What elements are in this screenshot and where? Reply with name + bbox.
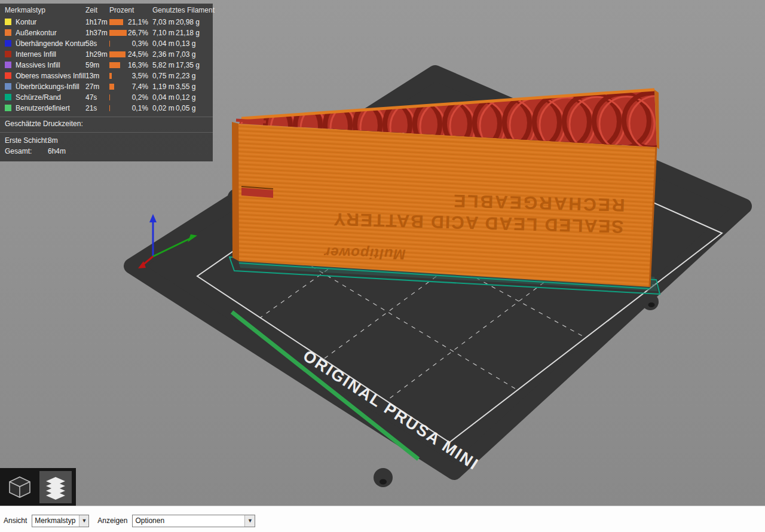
feature-time: 1h17m xyxy=(85,17,108,27)
feature-grams: 7,03 g xyxy=(176,49,195,60)
feature-grams: 3,55 g xyxy=(176,81,195,92)
feature-label: Benutzerdefiniert xyxy=(16,103,70,114)
feature-meters: 0,75 m xyxy=(152,71,175,81)
feature-label: Massives Infill xyxy=(16,60,60,71)
feature-grams: 21,18 g xyxy=(176,27,200,38)
feature-percent: 16,3% xyxy=(124,60,148,71)
show-label: Anzeigen xyxy=(97,516,127,525)
layers-view-button[interactable] xyxy=(39,471,72,503)
bottom-toolbar: Ansicht Merkmalstyp ▼ Anzeigen Optionen … xyxy=(0,506,765,532)
feature-time: 21s xyxy=(85,103,97,114)
total-value: 6h4m xyxy=(48,146,66,157)
view-label: Ansicht xyxy=(4,516,27,525)
feature-color-swatch xyxy=(5,94,11,100)
feature-color-swatch xyxy=(5,19,11,25)
feature-meters: 2,36 m xyxy=(152,49,175,60)
feature-grams: 0,12 g xyxy=(176,92,195,103)
feature-percent-bar xyxy=(109,19,123,25)
bed-screw-hole xyxy=(648,302,655,307)
first-layer-value: 8m xyxy=(48,135,58,146)
feature-percent-bar xyxy=(109,73,112,79)
feature-meters: 0,02 m xyxy=(152,103,175,114)
feature-color-swatch xyxy=(5,72,11,79)
feature-percent: 0,1% xyxy=(124,103,148,114)
legend-row: Überbrückungs-Infill 27m 7,4% 1,19 m 3,5… xyxy=(0,81,213,92)
feature-percent-bar xyxy=(109,51,126,57)
feature-percent-bar xyxy=(109,105,110,111)
feature-percent-bar xyxy=(109,62,120,68)
legend-row: Benutzerdefiniert 21s 0,1% 0,02 m 0,05 g xyxy=(0,103,213,114)
bed-ear xyxy=(642,293,659,310)
feature-percent: 3,5% xyxy=(124,71,148,81)
view-mode-select[interactable]: Merkmalstyp ▼ xyxy=(32,515,89,527)
feature-time: 13m xyxy=(85,71,99,81)
feature-percent: 0,2% xyxy=(124,92,148,103)
feature-label: Überbrückungs-Infill xyxy=(16,81,79,92)
legend-row: Kontur 1h17m 21,1% 7,03 m 20,98 g xyxy=(0,17,213,27)
legend-separator xyxy=(0,132,213,133)
slicer-preview-window: ORIGINAL PRUSA MINI RECHARGEABLE SEALED … xyxy=(0,0,765,532)
show-options-select[interactable]: Optionen ▼ xyxy=(132,515,255,527)
printed-model[interactable]: RECHARGEABLE SEALED LEAD ACID BATTERY Mu… xyxy=(232,90,684,289)
feature-label: Schürze/Rand xyxy=(16,92,61,103)
feature-label: Internes Infill xyxy=(16,49,56,60)
legend-header: Merkmalstyp Zeit Prozent Genutztes Filam… xyxy=(0,4,213,17)
feature-meters: 7,03 m xyxy=(152,17,175,27)
feature-percent-bar xyxy=(109,41,110,47)
legend-header-time: Zeit xyxy=(85,4,97,17)
feature-percent: 26,7% xyxy=(124,27,148,38)
feature-label: Kontur xyxy=(16,17,36,27)
feature-color-swatch xyxy=(5,105,11,111)
cube-icon xyxy=(7,474,33,500)
total-label: Gesamt: xyxy=(5,147,32,155)
feature-percent: 21,1% xyxy=(124,17,148,27)
legend-row: Internes Infill 1h29m 24,5% 2,36 m 7,03 … xyxy=(0,49,213,60)
chevron-down-icon: ▼ xyxy=(79,515,88,527)
feature-percent: 0,3% xyxy=(124,38,148,49)
feature-meters: 5,82 m xyxy=(152,60,175,71)
feature-grams: 20,98 g xyxy=(176,17,200,27)
feature-time: 47s xyxy=(85,92,97,103)
estimated-times-title: Geschätzte Druckzeiten: xyxy=(0,117,213,129)
legend-header-type: Merkmalstyp xyxy=(5,4,45,17)
feature-grams: 0,13 g xyxy=(176,38,195,49)
chevron-down-icon: ▼ xyxy=(244,515,255,527)
feature-color-swatch xyxy=(5,51,11,57)
feature-percent: 24,5% xyxy=(124,49,148,60)
feature-color-swatch xyxy=(5,40,11,47)
feature-time: 58s xyxy=(85,38,97,49)
first-layer-time: Erste Schicht: 8m xyxy=(0,135,213,146)
model-left-rim xyxy=(236,120,266,122)
legend-row: Oberes massives Infill 13m 3,5% 0,75 m 2… xyxy=(0,71,213,81)
feature-grams: 2,23 g xyxy=(176,71,195,81)
feature-meters: 7,10 m xyxy=(152,27,175,38)
feature-time: 1h37m xyxy=(85,27,108,38)
model-left-wall xyxy=(232,122,239,261)
legend-row: Schürze/Rand 47s 0,2% 0,04 m 0,12 g xyxy=(0,92,213,103)
legend-rows: Kontur 1h17m 21,1% 7,03 m 20,98 g Außenk… xyxy=(0,17,213,114)
view-mode-select-value: Merkmalstyp xyxy=(32,515,79,527)
feature-label: Außenkontur xyxy=(16,27,57,38)
legend-panel: Merkmalstyp Zeit Prozent Genutztes Filam… xyxy=(0,4,213,161)
feature-grams: 17,35 g xyxy=(176,60,200,71)
legend-row: Außenkontur 1h37m 26,7% 7,10 m 21,18 g xyxy=(0,27,213,38)
first-layer-label: Erste Schicht: xyxy=(5,136,49,145)
legend-row: Massives Infill 59m 16,3% 5,82 m 17,35 g xyxy=(0,60,213,71)
legend-header-percent: Prozent xyxy=(109,4,134,17)
3d-view-button[interactable] xyxy=(4,471,36,503)
feature-percent-bar xyxy=(109,94,110,100)
embossed-line-3: Multipower xyxy=(323,244,406,263)
legend-header-filament: Genutztes Filament xyxy=(152,4,215,17)
feature-meters: 0,04 m xyxy=(152,38,175,49)
feature-color-swatch xyxy=(5,62,11,68)
feature-meters: 0,04 m xyxy=(152,92,175,103)
layers-icon xyxy=(42,474,69,500)
bed-screw-hole xyxy=(380,479,387,485)
feature-time: 59m xyxy=(85,60,99,71)
show-options-select-value: Optionen xyxy=(133,515,244,527)
total-time: Gesamt: 6h4m xyxy=(0,146,213,157)
feature-color-swatch xyxy=(5,29,11,36)
feature-label: Überhängende Kontur xyxy=(16,38,86,49)
feature-meters: 1,19 m xyxy=(152,81,175,92)
feature-percent-bar xyxy=(109,84,114,90)
